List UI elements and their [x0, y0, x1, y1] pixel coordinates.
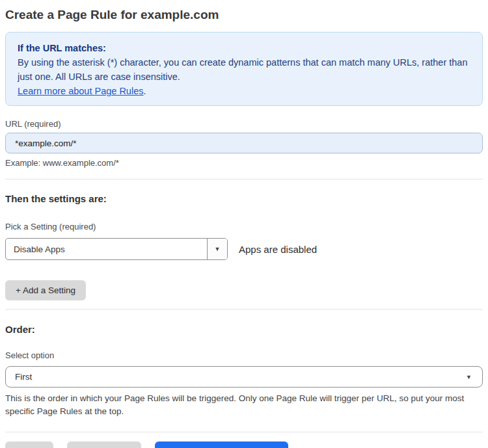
url-match-info-box: If the URL matches: By using the asteris…: [5, 32, 483, 106]
setting-picker-row: Disable Apps ▼ Apps are disabled: [5, 238, 483, 260]
settings-section-heading: Then the settings are:: [5, 193, 483, 204]
save-as-draft-button[interactable]: Save as Draft: [67, 441, 141, 448]
add-setting-button[interactable]: + Add a Setting: [5, 280, 86, 300]
save-and-deploy-button[interactable]: Save and Deploy Page Rule: [155, 441, 289, 448]
order-select[interactable]: First ▼: [5, 366, 483, 388]
page-rule-form: Create a Page Rule for example.com If th…: [0, 6, 488, 448]
link-period: .: [143, 86, 146, 96]
info-box-link-line: Learn more about Page Rules.: [18, 84, 470, 98]
caret-down-icon: ▼: [466, 374, 472, 380]
order-select-value: First: [15, 372, 32, 382]
setting-select[interactable]: Disable Apps ▼: [5, 238, 228, 260]
page-title: Create a Page Rule for example.com: [5, 6, 483, 23]
url-field-helper: Example: www.example.com/*: [5, 158, 483, 168]
setting-status-text: Apps are disabled: [239, 244, 317, 255]
footer-actions: Cancel Save as Draft Save and Deploy Pag…: [5, 441, 483, 448]
cancel-button[interactable]: Cancel: [5, 441, 53, 448]
learn-more-link[interactable]: Learn more about Page Rules: [18, 86, 143, 96]
url-field-label: URL (required): [5, 118, 483, 129]
order-select-label: Select option: [5, 350, 483, 361]
divider: [5, 309, 483, 310]
chevron-down-icon[interactable]: ▼: [207, 239, 227, 259]
divider: [5, 179, 483, 179]
url-input[interactable]: [5, 133, 483, 153]
divider: [5, 432, 483, 432]
setting-picker-label: Pick a Setting (required): [5, 221, 483, 232]
setting-select-value: Disable Apps: [6, 239, 207, 259]
info-box-body: By using the asterisk (*) character, you…: [18, 55, 470, 84]
info-box-heading: If the URL matches:: [18, 41, 470, 55]
order-helper-text: This is the order in which your Page Rul…: [5, 392, 483, 418]
order-section-heading: Order:: [5, 324, 483, 335]
